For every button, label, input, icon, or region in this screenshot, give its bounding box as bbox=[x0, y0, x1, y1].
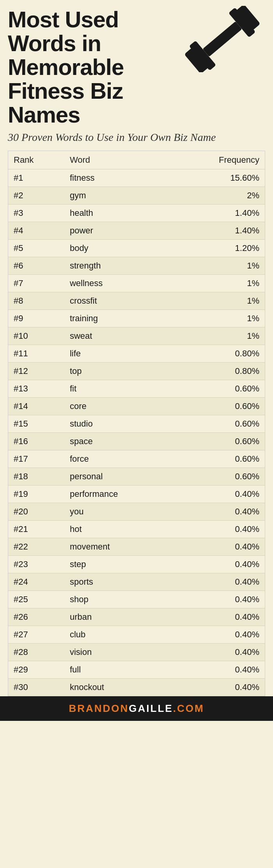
table-row: #24sports0.40% bbox=[8, 573, 265, 591]
cell-frequency: 0.40% bbox=[172, 626, 265, 643]
cell-frequency: 0.40% bbox=[172, 661, 265, 678]
cell-rank: #25 bbox=[8, 591, 64, 608]
cell-frequency: 1% bbox=[172, 327, 265, 345]
cell-word: fit bbox=[64, 380, 172, 397]
cell-rank: #14 bbox=[8, 397, 64, 415]
cell-rank: #28 bbox=[8, 643, 64, 661]
cell-rank: #11 bbox=[8, 345, 64, 362]
table-row: #5body1.20% bbox=[8, 239, 265, 257]
cell-word: power bbox=[64, 222, 172, 239]
cell-word: personal bbox=[64, 468, 172, 485]
cell-word: crossfit bbox=[64, 292, 172, 309]
cell-rank: #29 bbox=[8, 661, 64, 678]
cell-rank: #9 bbox=[8, 309, 64, 327]
table-row: #23step0.40% bbox=[8, 555, 265, 573]
table-row: #10sweat1% bbox=[8, 327, 265, 345]
table-row: #4power1.40% bbox=[8, 222, 265, 239]
cell-word: club bbox=[64, 626, 172, 643]
cell-word: strength bbox=[64, 257, 172, 274]
col-rank: Rank bbox=[8, 151, 64, 169]
cell-word: space bbox=[64, 432, 172, 450]
cell-word: knockout bbox=[64, 678, 172, 696]
table-row: #9training1% bbox=[8, 309, 265, 327]
table-body: #1fitness15.60%#2gym2%#3health1.40%#4pow… bbox=[8, 169, 265, 696]
cell-rank: #21 bbox=[8, 520, 64, 538]
table-row: #7wellness1% bbox=[8, 274, 265, 292]
cell-frequency: 0.40% bbox=[172, 538, 265, 555]
cell-frequency: 0.60% bbox=[172, 432, 265, 450]
header-section: Most Used Words in Memorable Fitness Biz… bbox=[8, 8, 265, 126]
data-table-wrapper: Rank Word Frequency #1fitness15.60%#2gym… bbox=[8, 151, 265, 696]
cell-frequency: 0.60% bbox=[172, 415, 265, 432]
cell-word: you bbox=[64, 503, 172, 520]
cell-frequency: 0.80% bbox=[172, 345, 265, 362]
cell-rank: #30 bbox=[8, 678, 64, 696]
table-row: #11life0.80% bbox=[8, 345, 265, 362]
cell-word: movement bbox=[64, 538, 172, 555]
svg-rect-2 bbox=[203, 21, 242, 57]
cell-word: life bbox=[64, 345, 172, 362]
cell-word: sports bbox=[64, 573, 172, 591]
cell-frequency: 0.40% bbox=[172, 608, 265, 626]
table-row: #13fit0.60% bbox=[8, 380, 265, 397]
table-row: #8crossfit1% bbox=[8, 292, 265, 309]
table-row: #26urban0.40% bbox=[8, 608, 265, 626]
cell-word: full bbox=[64, 661, 172, 678]
title-block: Most Used Words in Memorable Fitness Biz… bbox=[8, 8, 179, 126]
table-row: #27club0.40% bbox=[8, 626, 265, 643]
cell-rank: #5 bbox=[8, 239, 64, 257]
footer: BRANDONGAILLE.COM bbox=[0, 696, 273, 721]
cell-rank: #8 bbox=[8, 292, 64, 309]
table-row: #2gym2% bbox=[8, 187, 265, 204]
cell-frequency: 0.60% bbox=[172, 450, 265, 468]
dumbbell-icon bbox=[179, 4, 265, 74]
table-row: #15studio0.60% bbox=[8, 415, 265, 432]
footer-dotcom: .COM bbox=[173, 703, 204, 714]
cell-frequency: 0.80% bbox=[172, 362, 265, 380]
cell-word: shop bbox=[64, 591, 172, 608]
cell-word: core bbox=[64, 397, 172, 415]
cell-rank: #17 bbox=[8, 450, 64, 468]
footer-brandon: BRANDON bbox=[69, 703, 129, 714]
cell-word: gym bbox=[64, 187, 172, 204]
col-word: Word bbox=[64, 151, 172, 169]
footer-brand: BRANDONGAILLE.COM bbox=[69, 703, 204, 714]
table-row: #12top0.80% bbox=[8, 362, 265, 380]
cell-word: performance bbox=[64, 485, 172, 503]
cell-rank: #27 bbox=[8, 626, 64, 643]
cell-rank: #22 bbox=[8, 538, 64, 555]
cell-rank: #20 bbox=[8, 503, 64, 520]
table-row: #17force0.60% bbox=[8, 450, 265, 468]
cell-frequency: 0.60% bbox=[172, 468, 265, 485]
table-row: #28vision0.40% bbox=[8, 643, 265, 661]
cell-frequency: 1.20% bbox=[172, 239, 265, 257]
cell-rank: #18 bbox=[8, 468, 64, 485]
cell-frequency: 0.60% bbox=[172, 397, 265, 415]
table-row: #14core0.60% bbox=[8, 397, 265, 415]
cell-frequency: 1% bbox=[172, 257, 265, 274]
table-row: #25shop0.40% bbox=[8, 591, 265, 608]
cell-rank: #2 bbox=[8, 187, 64, 204]
cell-frequency: 1% bbox=[172, 292, 265, 309]
cell-rank: #16 bbox=[8, 432, 64, 450]
cell-frequency: 0.40% bbox=[172, 643, 265, 661]
cell-rank: #10 bbox=[8, 327, 64, 345]
cell-frequency: 0.60% bbox=[172, 380, 265, 397]
cell-word: sweat bbox=[64, 327, 172, 345]
cell-rank: #1 bbox=[8, 169, 64, 187]
data-table: Rank Word Frequency #1fitness15.60%#2gym… bbox=[8, 151, 265, 696]
cell-word: force bbox=[64, 450, 172, 468]
cell-rank: #19 bbox=[8, 485, 64, 503]
cell-word: hot bbox=[64, 520, 172, 538]
cell-word: wellness bbox=[64, 274, 172, 292]
cell-frequency: 0.40% bbox=[172, 503, 265, 520]
cell-rank: #7 bbox=[8, 274, 64, 292]
cell-frequency: 0.40% bbox=[172, 555, 265, 573]
main-container: Most Used Words in Memorable Fitness Biz… bbox=[0, 0, 273, 696]
cell-frequency: 0.40% bbox=[172, 485, 265, 503]
table-row: #6strength1% bbox=[8, 257, 265, 274]
table-row: #3health1.40% bbox=[8, 204, 265, 222]
cell-rank: #13 bbox=[8, 380, 64, 397]
table-row: #16space0.60% bbox=[8, 432, 265, 450]
cell-word: step bbox=[64, 555, 172, 573]
